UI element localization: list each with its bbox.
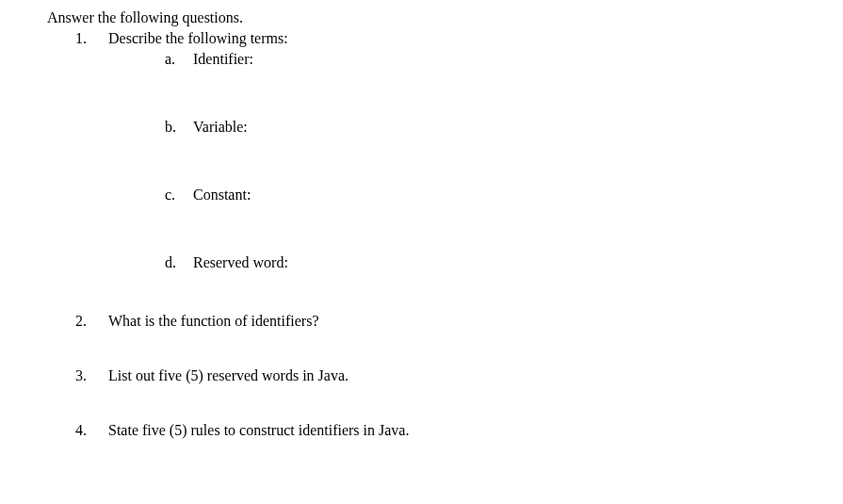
question-text: List out five (5) reserved words in Java… <box>108 367 349 384</box>
sub-letter: a. <box>165 51 193 68</box>
intro-text: Answer the following questions. <box>47 9 843 26</box>
sub-letter: b. <box>165 119 193 136</box>
question-text: State five (5) rules to construct identi… <box>108 422 409 439</box>
sub-item: b. Variable: <box>165 119 843 136</box>
sub-text: Reserved word: <box>193 254 288 271</box>
question-text: What is the function of identifiers? <box>108 313 318 330</box>
sub-text: Identifier: <box>193 51 253 68</box>
sub-text: Variable: <box>193 119 248 136</box>
question-row: 3. List out five (5) reserved words in J… <box>75 367 843 384</box>
question-3: 3. List out five (5) reserved words in J… <box>75 367 843 384</box>
sub-letter: d. <box>165 254 193 271</box>
question-number: 4. <box>75 422 108 439</box>
question-number: 2. <box>75 313 108 330</box>
question-row: 4. State five (5) rules to construct ide… <box>75 422 843 439</box>
sub-item: a. Identifier: <box>165 51 843 68</box>
question-4: 4. State five (5) rules to construct ide… <box>75 422 843 439</box>
question-row: 1. Describe the following terms: <box>75 30 843 47</box>
sub-item: c. Constant: <box>165 187 843 203</box>
question-number: 1. <box>75 30 108 47</box>
sub-list: a. Identifier: b. Variable: c. Constant:… <box>75 51 843 271</box>
question-2: 2. What is the function of identifiers? <box>75 313 843 330</box>
question-list: 1. Describe the following terms: a. Iden… <box>47 30 843 439</box>
question-text: Describe the following terms: <box>108 30 288 47</box>
question-row: 2. What is the function of identifiers? <box>75 313 843 330</box>
sub-item: d. Reserved word: <box>165 254 843 271</box>
sub-text: Constant: <box>193 187 251 203</box>
question-number: 3. <box>75 367 108 384</box>
question-1: 1. Describe the following terms: a. Iden… <box>75 30 843 271</box>
sub-letter: c. <box>165 187 193 203</box>
